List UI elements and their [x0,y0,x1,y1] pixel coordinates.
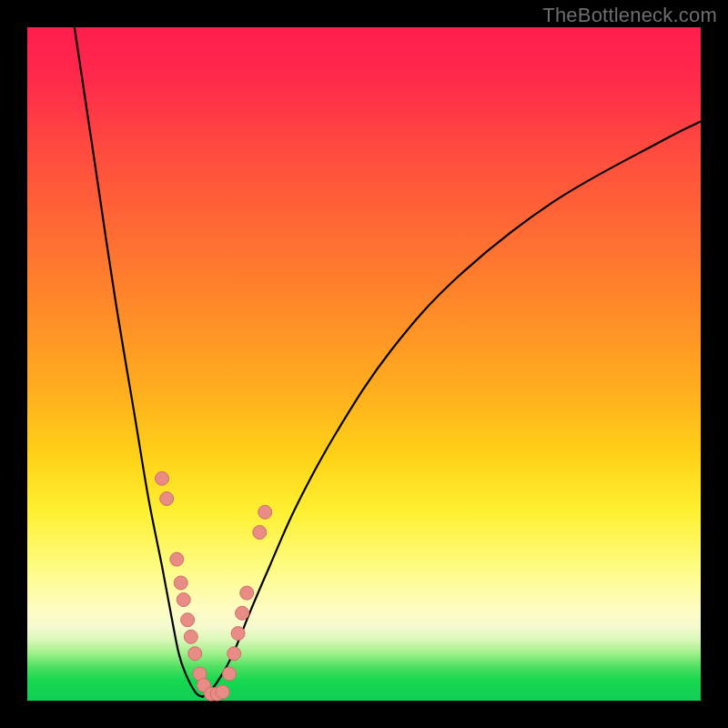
scatter-dot [181,613,195,627]
scatter-dot [188,647,202,661]
plot-area [27,27,701,701]
scatter-dot [174,576,187,590]
watermark-text: TheBottleneck.com [542,4,717,27]
scatter-dot [240,586,254,600]
scatter-dot [231,627,245,641]
scatter-dot [223,667,237,681]
scatter-dot [177,593,190,607]
scatter-dot [236,606,249,620]
curve-right-branch [202,122,701,697]
scatter-dot [253,526,267,540]
scatter-dot [184,630,197,643]
scatter-dot [160,492,174,506]
scatter-dot [258,505,272,519]
scatter-dot [156,471,169,485]
scatter-points [156,471,272,701]
chart-frame: TheBottleneck.com [0,0,728,728]
scatter-dot [228,647,241,661]
scatter-dot [170,552,184,566]
chart-svg [27,27,701,701]
scatter-dot [216,685,229,699]
